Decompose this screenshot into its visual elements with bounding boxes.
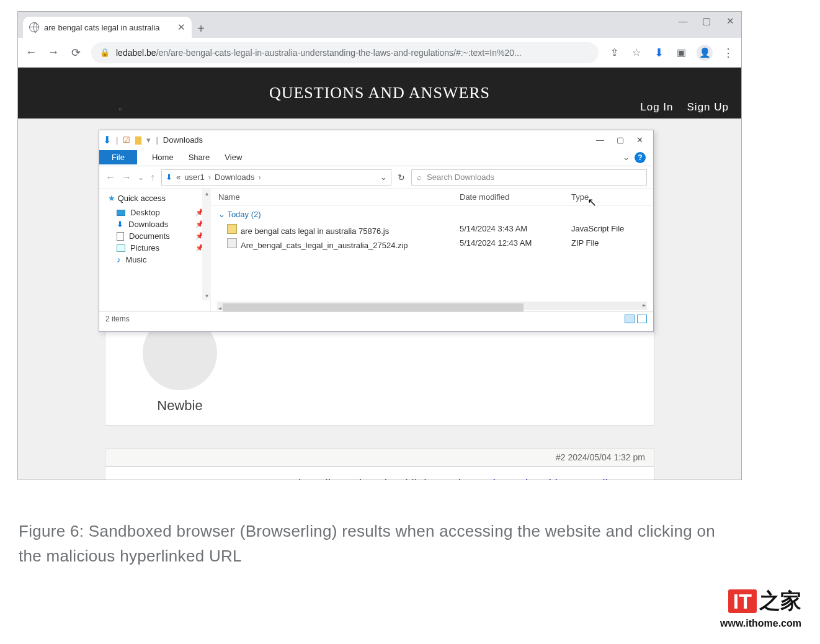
- minimize-icon[interactable]: —: [678, 16, 688, 27]
- view-mode-icons[interactable]: [625, 315, 647, 323]
- close-icon[interactable]: ✕: [636, 135, 643, 145]
- documents-icon: [117, 232, 124, 241]
- screenshot-frame: are bengal cats legal in australia ✕ + —…: [17, 11, 742, 480]
- crumb-dropdown-icon[interactable]: ⌄: [380, 172, 387, 182]
- auth-nav: Log In Sign Up: [640, 101, 729, 114]
- search-input[interactable]: ⌕ Search Downloads: [411, 169, 647, 186]
- music-icon: ♪: [117, 255, 121, 264]
- watermark-cn: 之家: [759, 589, 801, 612]
- forum-post-2: Admin Here is a direct download link, ar…: [105, 467, 654, 480]
- reload-icon[interactable]: ⟳: [69, 46, 82, 60]
- crumb-user[interactable]: user1: [184, 172, 205, 182]
- details-view-icon: [625, 315, 635, 323]
- js-file-icon: [227, 224, 237, 234]
- ribbon-home-tab[interactable]: Home: [152, 153, 174, 162]
- item-count: 2 items: [105, 315, 130, 323]
- mouse-cursor-icon: ↖: [587, 195, 597, 209]
- explorer-title: Downloads: [163, 135, 203, 145]
- ribbon-expand-icon[interactable]: ⌄: [623, 153, 630, 162]
- browser-tab[interactable]: are bengal cats legal in australia ✕: [23, 17, 192, 38]
- post2-text: Here is a direct download link,: [268, 477, 437, 480]
- search-placeholder: Search Downloads: [427, 172, 494, 182]
- nav-forward-icon[interactable]: →: [122, 172, 131, 183]
- quick-access-toolbar-icon[interactable]: ☑: [123, 135, 130, 145]
- file-row[interactable]: are bengal cats legal in australia 75876…: [211, 223, 653, 237]
- file-type: JavaScript File: [571, 224, 646, 236]
- explorer-statusbar: 2 items: [99, 311, 653, 325]
- help-icon[interactable]: ?: [635, 152, 646, 163]
- file-type: ZIP File: [571, 238, 646, 250]
- extensions-icon[interactable]: ▣: [674, 47, 688, 58]
- tabstrip: are bengal cats legal in australia ✕ + —…: [18, 12, 741, 38]
- browser-toolbar: ← → ⟳ 🔒 ledabel.be/en/are-bengal-cats-le…: [18, 38, 741, 68]
- ribbon-file-tab[interactable]: File: [99, 150, 137, 164]
- site-title: QUESTIONS AND ANSWERS: [269, 84, 490, 102]
- globe-icon: [29, 22, 39, 32]
- downloads-icon[interactable]: ⬇: [652, 46, 666, 60]
- explorer-navbar: ← → ⌄ ↑ ⬇ « user1 › Downloads › ⌄ ↻ ⌕ Se…: [99, 166, 653, 189]
- author-rank: Admin: [105, 478, 254, 480]
- file-row[interactable]: Are_bengal_cats_legal_in_australia_27524…: [211, 237, 653, 251]
- explorer-body: Quick access Desktop📌 ⬇Downloads📌 Docume…: [99, 189, 653, 311]
- figure-caption: Figure 6: Sandboxed browser (Browserling…: [19, 519, 738, 569]
- maximize-icon[interactable]: ▢: [617, 135, 624, 145]
- nav-history-icon[interactable]: ⌄: [138, 173, 144, 182]
- chevron-right-icon: ›: [208, 172, 211, 182]
- chrome-window: are bengal cats legal in australia ✕ + —…: [18, 12, 741, 480]
- sidebar-item-downloads[interactable]: ⬇Downloads📌: [108, 218, 210, 230]
- refresh-icon[interactable]: ↻: [398, 172, 405, 182]
- search-icon: ⌕: [417, 172, 422, 182]
- bookmark-icon[interactable]: ☆: [630, 47, 643, 58]
- profile-avatar-icon[interactable]: 👤: [697, 45, 713, 61]
- maximize-icon[interactable]: ▢: [702, 16, 711, 27]
- file-name: are bengal cats legal in australia 75876…: [241, 226, 389, 236]
- file-explorer-window: ⬇ | ☑ ▇ ▾| Downloads — ▢ ✕ File Home Sha…: [99, 130, 654, 332]
- back-icon[interactable]: ←: [24, 46, 38, 60]
- breadcrumb[interactable]: ⬇ « user1 › Downloads › ⌄: [161, 169, 391, 186]
- watermark-logo: IT: [728, 589, 757, 613]
- desktop-icon: [117, 210, 125, 216]
- col-date[interactable]: Date modified: [460, 192, 571, 202]
- ribbon-share-tab[interactable]: Share: [189, 153, 210, 162]
- menu-icon[interactable]: ⋮: [721, 46, 735, 60]
- sidebar-item-pictures[interactable]: Pictures📌: [108, 242, 210, 254]
- crumb-folder[interactable]: Downloads: [215, 172, 254, 182]
- sidebar-item-music[interactable]: ♪Music: [108, 254, 210, 266]
- horizontal-scrollbar[interactable]: ◂▸: [217, 302, 647, 310]
- new-tab-button[interactable]: +: [192, 19, 210, 38]
- watermark-url: www.ithome.com: [720, 618, 801, 629]
- window-controls: — ▢ ✕: [678, 16, 735, 27]
- col-type[interactable]: Type: [571, 192, 646, 202]
- explorer-titlebar: ⬇ | ☑ ▇ ▾| Downloads — ▢ ✕: [99, 130, 653, 149]
- site-header: QUESTIONS AND ANSWERS ○ Log In Sign Up: [18, 68, 741, 119]
- share-icon[interactable]: ⇪: [607, 47, 621, 58]
- downloads-folder-icon: ⬇: [166, 172, 172, 182]
- address-bar[interactable]: 🔒 ledabel.be/en/are-bengal-cats-legal-in…: [91, 42, 599, 63]
- pictures-icon: [117, 244, 125, 252]
- chevron-right-icon: ›: [258, 172, 261, 182]
- close-icon[interactable]: ✕: [177, 22, 185, 33]
- sidebar-item-documents[interactable]: Documents📌: [108, 230, 210, 242]
- downloads-icon: ⬇: [117, 220, 123, 229]
- signup-link[interactable]: Sign Up: [687, 101, 729, 114]
- malicious-link[interactable]: are bengal cats legal in australia: [437, 477, 615, 480]
- nav-back-icon[interactable]: ←: [105, 172, 115, 183]
- login-link[interactable]: Log In: [640, 101, 673, 114]
- author-rank: Newbie: [105, 398, 254, 414]
- explorer-sidebar: Quick access Desktop📌 ⬇Downloads📌 Docume…: [99, 189, 211, 311]
- minimize-icon[interactable]: —: [596, 135, 604, 145]
- downloads-folder-icon: ⬇: [103, 134, 111, 146]
- forward-icon[interactable]: →: [47, 46, 60, 60]
- nav-up-icon[interactable]: ↑: [150, 172, 155, 183]
- file-name: Are_bengal_cats_legal_in_australia_27524…: [241, 241, 408, 250]
- crumb-prefix: «: [176, 172, 180, 182]
- file-date: 5/14/2024 3:43 AM: [460, 224, 571, 236]
- post2-meta: #2 2024/05/04 1:32 pm: [105, 448, 654, 467]
- ribbon: File Home Share View ⌄ ?: [99, 149, 653, 166]
- sidebar-quick-access[interactable]: Quick access: [108, 194, 210, 203]
- col-name[interactable]: Name: [218, 192, 460, 202]
- ribbon-view-tab[interactable]: View: [225, 153, 242, 162]
- sidebar-item-desktop[interactable]: Desktop📌: [108, 207, 210, 218]
- sidebar-scrollbar[interactable]: ▴▾: [202, 189, 211, 300]
- close-window-icon[interactable]: ✕: [725, 16, 735, 27]
